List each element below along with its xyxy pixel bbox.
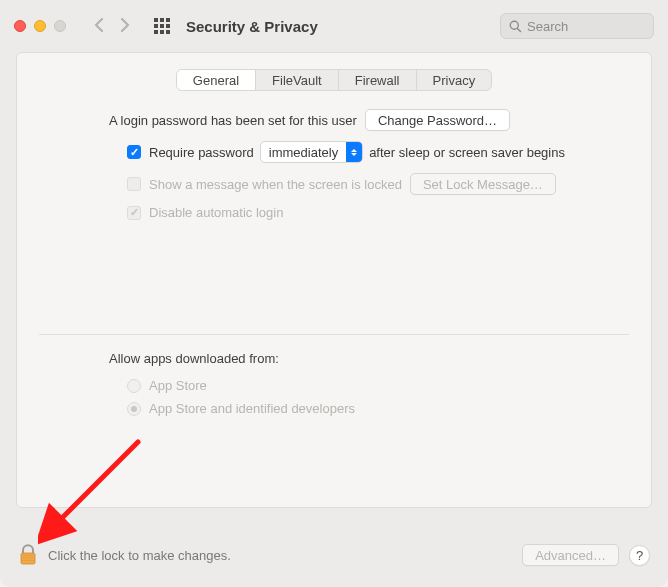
svg-rect-5 xyxy=(22,560,35,561)
stepper-arrows-icon xyxy=(346,142,362,162)
section-divider xyxy=(39,334,629,335)
lock-icon[interactable] xyxy=(18,544,38,566)
zoom-window-button xyxy=(54,20,66,32)
change-password-button[interactable]: Change Password… xyxy=(365,109,510,131)
search-icon xyxy=(509,20,522,33)
back-button[interactable] xyxy=(94,16,105,36)
show-all-prefs-icon[interactable] xyxy=(154,18,170,34)
after-sleep-label: after sleep or screen saver begins xyxy=(369,145,565,160)
identified-developers-radio xyxy=(127,402,141,416)
app-store-label: App Store xyxy=(149,378,207,393)
disable-auto-login-checkbox xyxy=(127,206,141,220)
disable-auto-login-label: Disable automatic login xyxy=(149,205,283,220)
svg-rect-3 xyxy=(22,555,35,556)
identified-developers-label: App Store and identified developers xyxy=(149,401,355,416)
svg-line-1 xyxy=(517,28,520,31)
tab-firewall[interactable]: Firewall xyxy=(339,70,417,90)
tab-general[interactable]: General xyxy=(177,70,256,90)
tab-privacy[interactable]: Privacy xyxy=(417,70,492,90)
advanced-button: Advanced… xyxy=(522,544,619,566)
allow-apps-heading: Allow apps downloaded from: xyxy=(17,351,651,378)
search-field[interactable]: Search xyxy=(500,13,654,39)
window-controls xyxy=(14,20,66,32)
search-placeholder: Search xyxy=(527,19,568,34)
minimize-window-button[interactable] xyxy=(34,20,46,32)
svg-rect-4 xyxy=(22,558,35,559)
close-window-button[interactable] xyxy=(14,20,26,32)
footer: Click the lock to make changes. Advanced… xyxy=(0,531,668,587)
forward-button[interactable] xyxy=(119,16,130,36)
show-lock-message-checkbox xyxy=(127,177,141,191)
tab-bar: General FileVault Firewall Privacy xyxy=(176,69,492,91)
help-button[interactable]: ? xyxy=(629,545,650,566)
require-password-checkbox[interactable] xyxy=(127,145,141,159)
set-lock-message-button: Set Lock Message… xyxy=(410,173,556,195)
show-lock-message-label: Show a message when the screen is locked xyxy=(149,177,402,192)
content-pane: General FileVault Firewall Privacy A log… xyxy=(16,52,652,508)
require-password-label: Require password xyxy=(149,145,254,160)
tab-filevault[interactable]: FileVault xyxy=(256,70,339,90)
lock-hint-text: Click the lock to make changes. xyxy=(48,548,231,563)
app-store-radio xyxy=(127,379,141,393)
require-password-delay-popup[interactable]: immediately xyxy=(260,141,363,163)
toolbar: Security & Privacy Search xyxy=(0,0,668,52)
window-title: Security & Privacy xyxy=(186,18,318,35)
login-password-status: A login password has been set for this u… xyxy=(109,113,357,128)
